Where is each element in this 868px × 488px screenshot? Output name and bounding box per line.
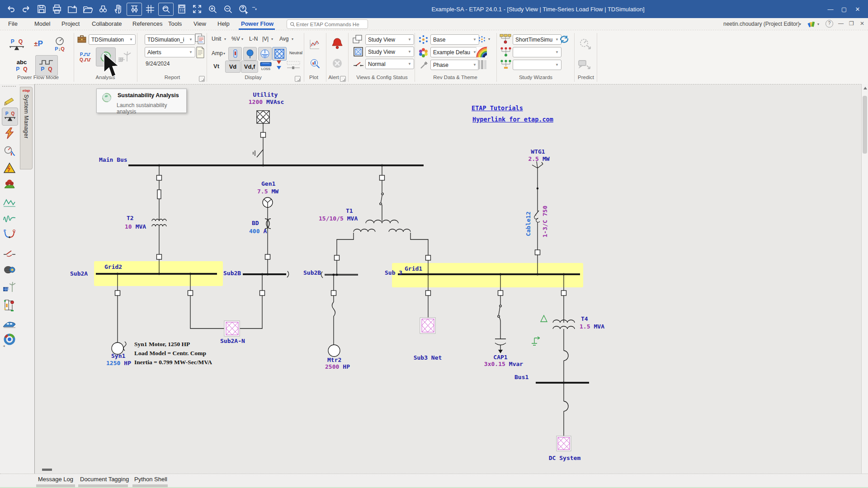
cable12-label[interactable]: Cable12 bbox=[525, 211, 532, 236]
gen1-symbol[interactable] bbox=[263, 197, 273, 276]
grid1-label[interactable]: Grid1 bbox=[405, 265, 422, 272]
syn1-rating: 1250HP bbox=[106, 360, 131, 366]
dc-system-label[interactable]: DC System bbox=[549, 455, 580, 461]
gen1-label[interactable]: Gen1 bbox=[261, 180, 275, 187]
sub2b-mid-bus[interactable] bbox=[321, 272, 358, 278]
sub3-net-label[interactable]: Sub3 Net bbox=[414, 354, 442, 361]
syn1-annotation[interactable]: Syn1 Motor, 1250 HP Load Model = Centr. … bbox=[134, 340, 212, 367]
tooltip-subtitle: Launch sustainability analysis bbox=[117, 102, 186, 115]
main-bus-label[interactable]: Main Bus bbox=[99, 156, 127, 163]
t4-transformer-symbol[interactable] bbox=[532, 274, 575, 383]
bd-label[interactable]: BD bbox=[252, 220, 259, 226]
cable12-size: 1-3/C 750 bbox=[542, 206, 548, 237]
t2-transformer-symbol[interactable] bbox=[152, 164, 166, 274]
bus1-label[interactable]: Bus1 bbox=[514, 374, 528, 380]
t1-rating: 15/10/5MVA bbox=[319, 215, 358, 222]
sub2b-left-label[interactable]: Sub2B bbox=[223, 270, 241, 277]
utility-label[interactable]: Utility bbox=[253, 91, 278, 98]
etap-tutorials-link[interactable]: ETAP Tutorials bbox=[472, 104, 523, 112]
cap1-label[interactable]: CAP1 bbox=[493, 354, 507, 361]
tooltip-title: Sustainability Analysis bbox=[118, 92, 179, 99]
t2-label[interactable]: T2 bbox=[127, 215, 134, 221]
syn1-label[interactable]: Syn1 bbox=[111, 352, 125, 359]
t4-rating: 1.5MVA bbox=[580, 323, 604, 330]
gen1-rating: 7.5MW bbox=[257, 188, 278, 195]
sub2a-n-label[interactable]: Sub2A-N bbox=[220, 338, 245, 344]
sub2a-label[interactable]: Sub2A bbox=[70, 270, 88, 277]
sustainability-globe-icon bbox=[101, 92, 112, 103]
cap1-rating: 3x0.15Mvar bbox=[484, 361, 523, 367]
t2-rating: 10MVA bbox=[125, 223, 146, 230]
etap-hyperlink[interactable]: Hyperlink for etap.com bbox=[472, 116, 553, 123]
t1-label[interactable]: T1 bbox=[346, 207, 353, 214]
mouse-cursor bbox=[103, 52, 121, 79]
mtr2-symbol[interactable] bbox=[328, 275, 340, 357]
utility-rating: 1200MVAsc bbox=[249, 99, 284, 105]
sub3-label[interactable]: Sub 3 bbox=[385, 269, 402, 276]
t4-label[interactable]: T4 bbox=[581, 315, 588, 322]
sub2b-mid-label[interactable]: Sub2B bbox=[303, 269, 321, 276]
sub2b-left-bus[interactable] bbox=[240, 271, 289, 328]
sustainability-tooltip: Sustainability Analysis Launch sustainab… bbox=[96, 89, 187, 113]
grid1-bus[interactable] bbox=[398, 273, 580, 276]
wtg1-label[interactable]: WTG1 bbox=[531, 148, 545, 155]
grid2-label[interactable]: Grid2 bbox=[104, 263, 122, 270]
wtg1-rating: 2.5MW bbox=[528, 155, 549, 162]
one-line-diagram bbox=[0, 0, 868, 488]
mtr2-label[interactable]: Mtr2 bbox=[327, 357, 341, 363]
etap-application-window: ▔▾ Example-SA - ETAP 24.0.1 - [Study Vie… bbox=[0, 0, 868, 488]
dc-system-symbol[interactable] bbox=[557, 384, 571, 451]
grid2-bus[interactable] bbox=[96, 273, 217, 275]
utility-symbol[interactable] bbox=[253, 111, 269, 167]
mtr2-rating: 2500HP bbox=[325, 363, 350, 370]
bus1-bar[interactable] bbox=[536, 382, 589, 384]
bd-rating: 400A bbox=[249, 228, 267, 235]
